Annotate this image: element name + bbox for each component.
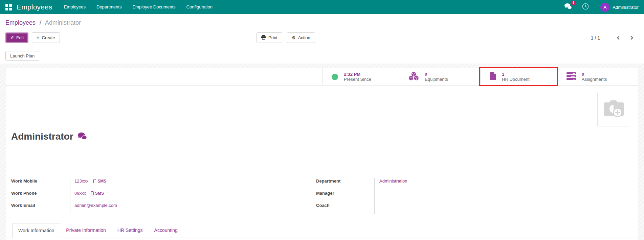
form-sheet: 2:32 PM Present Since bbox=[5, 68, 639, 240]
presence-dot-icon bbox=[332, 74, 338, 80]
field-row-work-mobile: Work Mobile 123xxx SMS bbox=[11, 178, 316, 190]
launch-plan-row: Launch Plan bbox=[5, 43, 639, 64]
stat-value: 0 bbox=[425, 72, 448, 77]
chat-bubbles-icon bbox=[564, 5, 572, 10]
breadcrumb-separator: / bbox=[40, 19, 41, 26]
field-label: Work Email bbox=[11, 202, 70, 214]
control-panel: Employees / Administrator ✎ Edit + Creat… bbox=[0, 14, 644, 64]
activities-button[interactable] bbox=[582, 3, 589, 11]
stat-label: Present Since bbox=[344, 77, 371, 82]
stat-button-assignments[interactable]: 0 Assignments bbox=[557, 68, 639, 85]
stat-label: HR Document bbox=[502, 77, 530, 82]
tab-accounting[interactable]: Accounting bbox=[149, 223, 183, 238]
navbar-right: 1 A Administrator bbox=[564, 3, 639, 12]
work-mobile-value[interactable]: 123xxx bbox=[74, 178, 88, 184]
send-sms-button[interactable]: SMS bbox=[91, 191, 104, 196]
stat-label: Equipments bbox=[425, 77, 448, 82]
hr-field-group: Department Administration Manager Coach bbox=[316, 178, 627, 214]
menu-departments[interactable]: Departments bbox=[91, 0, 127, 14]
print-button[interactable]: Print bbox=[257, 32, 282, 43]
stat-label: Assignments bbox=[582, 77, 607, 82]
pager-count: 1 / 1 bbox=[591, 35, 600, 41]
mobile-phone-icon bbox=[93, 179, 96, 183]
stat-value: 2:32 PM bbox=[344, 72, 371, 77]
launch-plan-button[interactable]: Launch Plan bbox=[5, 51, 39, 61]
plus-icon: + bbox=[37, 35, 40, 40]
breadcrumb: Employees / Administrator bbox=[5, 19, 639, 26]
toolbar: ✎ Edit + Create Print ⚙ Action 1 / 1 bbox=[5, 32, 639, 43]
work-phone-value[interactable]: 09xxx bbox=[74, 191, 86, 196]
file-icon bbox=[490, 72, 496, 81]
menu-employees[interactable]: Employees bbox=[59, 0, 91, 14]
field-label: Manager bbox=[316, 190, 375, 202]
send-sms-button[interactable]: SMS bbox=[93, 179, 106, 184]
tasks-icon bbox=[567, 72, 576, 81]
tab-hr-settings[interactable]: HR Settings bbox=[112, 223, 149, 238]
employee-name-text: Administrator bbox=[11, 131, 73, 142]
field-row-department: Department Administration bbox=[316, 178, 627, 190]
field-label: Department bbox=[316, 178, 375, 190]
field-row-work-phone: Work Phone 09xxx SMS bbox=[11, 190, 316, 202]
field-groups: Work Mobile 123xxx SMS Work Phone 09xxx bbox=[5, 178, 639, 214]
camera-plus-icon bbox=[603, 100, 624, 119]
edit-button[interactable]: ✎ Edit bbox=[5, 32, 28, 43]
gear-icon: ⚙ bbox=[292, 35, 296, 40]
chevron-left-icon bbox=[617, 36, 621, 40]
tab-private-information[interactable]: Private Information bbox=[60, 223, 112, 238]
clock-icon bbox=[582, 5, 589, 11]
stat-value: 1 bbox=[502, 72, 530, 77]
pager-next-button[interactable] bbox=[625, 34, 637, 41]
user-avatar[interactable]: A bbox=[600, 3, 609, 12]
chevron-right-icon bbox=[629, 36, 633, 40]
contact-field-group: Work Mobile 123xxx SMS Work Phone 09xxx bbox=[5, 178, 316, 214]
action-button[interactable]: ⚙ Action bbox=[287, 32, 315, 43]
create-button[interactable]: + Create bbox=[32, 32, 60, 43]
field-row-work-email: Work Email admin@example.com bbox=[11, 202, 316, 214]
pager-previous-button[interactable] bbox=[613, 34, 625, 41]
top-navbar: Employees Employees Departments Employee… bbox=[0, 0, 644, 14]
field-row-manager: Manager bbox=[316, 190, 627, 202]
menu-configuration[interactable]: Configuration bbox=[181, 0, 218, 14]
apps-menu-icon[interactable] bbox=[5, 4, 12, 10]
employee-photo-placeholder[interactable] bbox=[597, 93, 630, 126]
form-view-background: 2:32 PM Present Since bbox=[0, 64, 644, 240]
menu-employee-documents[interactable]: Employee Documents bbox=[127, 0, 181, 14]
breadcrumb-parent-link[interactable]: Employees bbox=[5, 19, 36, 26]
field-row-coach: Coach bbox=[316, 202, 627, 214]
stat-value: 0 bbox=[582, 72, 607, 77]
messages-button[interactable]: 1 bbox=[564, 3, 572, 11]
notebook-tabs: Work Information Private Information HR … bbox=[5, 223, 639, 238]
messages-count-badge: 1 bbox=[571, 1, 577, 5]
breadcrumb-current: Administrator bbox=[45, 19, 81, 26]
stat-button-hr-document[interactable]: 1 HR Document bbox=[480, 68, 557, 85]
department-value[interactable]: Administration bbox=[379, 178, 407, 184]
cubes-icon bbox=[408, 71, 419, 82]
stat-button-present-since[interactable]: 2:32 PM Present Since bbox=[322, 68, 399, 85]
work-email-value[interactable]: admin@example.com bbox=[74, 203, 117, 208]
pencil-icon: ✎ bbox=[10, 35, 14, 40]
field-label: Work Phone bbox=[11, 190, 70, 202]
pager: 1 / 1 bbox=[591, 32, 637, 43]
mobile-phone-icon bbox=[91, 191, 94, 195]
stat-button-row: 2:32 PM Present Since bbox=[5, 68, 639, 86]
open-chat-icon[interactable] bbox=[78, 132, 87, 143]
app-brand[interactable]: Employees bbox=[17, 3, 52, 11]
user-menu[interactable]: Administrator bbox=[613, 5, 639, 10]
main-menu: Employees Departments Employee Documents… bbox=[59, 0, 218, 14]
field-label: Work Mobile bbox=[11, 178, 70, 190]
stat-button-equipments[interactable]: 0 Equipments bbox=[399, 68, 480, 85]
field-label: Coach bbox=[316, 202, 375, 214]
employee-name-title: Administrator bbox=[11, 130, 639, 143]
tab-work-information[interactable]: Work Information bbox=[12, 223, 60, 238]
printer-icon bbox=[261, 35, 266, 41]
